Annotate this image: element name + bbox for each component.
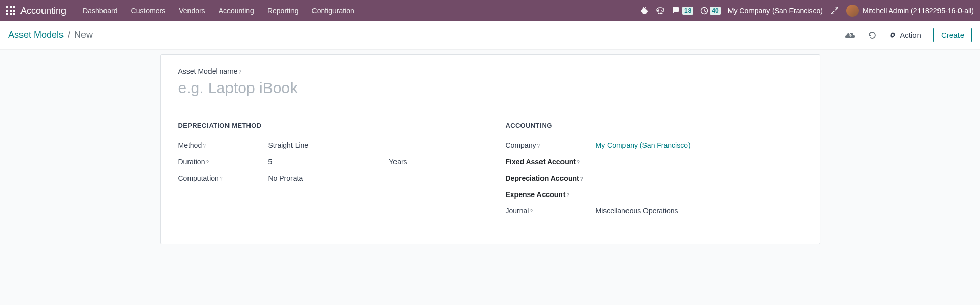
breadcrumb-current: New bbox=[74, 30, 93, 40]
svg-rect-4 bbox=[10, 10, 12, 12]
nav-link-reporting[interactable]: Reporting bbox=[261, 4, 305, 18]
nav-link-configuration[interactable]: Configuration bbox=[306, 4, 361, 18]
action-dropdown[interactable]: Action bbox=[889, 31, 921, 39]
field-journal: Journal ? Miscellaneous Operations bbox=[506, 207, 802, 215]
help-icon[interactable]: ? bbox=[577, 160, 580, 165]
field-label-company: Company ? bbox=[506, 141, 592, 149]
create-button[interactable]: Create bbox=[933, 28, 972, 42]
journal-label-text: Journal bbox=[506, 207, 529, 215]
apps-icon[interactable] bbox=[6, 6, 15, 15]
help-icon[interactable]: ? bbox=[220, 176, 223, 182]
svg-rect-5 bbox=[13, 10, 15, 12]
action-label: Action bbox=[900, 31, 921, 39]
user-name: Mitchell Admin (21182295-16-0-all) bbox=[863, 7, 974, 15]
svg-rect-6 bbox=[6, 13, 8, 15]
title-field-label: Asset Model name ? bbox=[178, 67, 802, 75]
avatar bbox=[846, 5, 859, 17]
svg-point-9 bbox=[658, 13, 659, 14]
help-icon[interactable]: ? bbox=[580, 176, 583, 182]
field-label-journal: Journal ? bbox=[506, 207, 592, 215]
nav-link-customers[interactable]: Customers bbox=[125, 4, 172, 18]
messages-badge: 18 bbox=[682, 7, 693, 15]
field-label-method: Method ? bbox=[178, 141, 264, 149]
depreciation-acct-label-text: Depreciation Account bbox=[506, 174, 579, 182]
user-menu[interactable]: Mitchell Admin (21182295-16-0-all) bbox=[846, 5, 974, 17]
method-value[interactable]: Straight Line bbox=[268, 141, 309, 149]
help-icon[interactable]: ? bbox=[238, 69, 241, 75]
help-icon[interactable]: ? bbox=[530, 209, 533, 214]
field-label-expense-account: Expense Account ? bbox=[506, 190, 592, 199]
control-bar-actions: Action Create bbox=[845, 28, 972, 42]
form-groups: DEPRECIATION METHOD Method ? Straight Li… bbox=[178, 122, 802, 223]
svg-rect-7 bbox=[10, 13, 12, 15]
field-fixed-asset-account: Fixed Asset Account ? bbox=[506, 158, 802, 166]
duration-value[interactable]: 5 bbox=[268, 158, 273, 166]
svg-rect-1 bbox=[10, 6, 12, 8]
svg-point-11 bbox=[661, 13, 662, 14]
svg-point-10 bbox=[660, 13, 661, 14]
svg-rect-0 bbox=[6, 6, 8, 8]
svg-rect-3 bbox=[6, 10, 8, 12]
breadcrumb: Asset Models / New bbox=[8, 30, 93, 40]
cloud-save-icon[interactable] bbox=[845, 31, 856, 39]
nav-link-accounting[interactable]: Accounting bbox=[213, 4, 260, 18]
top-nav: Accounting Dashboard Customers Vendors A… bbox=[0, 0, 980, 21]
field-expense-account: Expense Account ? bbox=[506, 190, 802, 199]
field-company: Company ? My Company (San Francisco) bbox=[506, 141, 802, 149]
journal-value[interactable]: Miscellaneous Operations bbox=[596, 207, 678, 215]
control-bar: Asset Models / New Action Create bbox=[0, 21, 980, 49]
nav-link-vendors[interactable]: Vendors bbox=[173, 4, 211, 18]
company-label-text: Company bbox=[506, 141, 536, 149]
help-icon[interactable]: ? bbox=[537, 143, 540, 149]
discard-icon[interactable] bbox=[868, 31, 877, 40]
method-label-text: Method bbox=[178, 141, 202, 149]
phone-icon[interactable] bbox=[656, 7, 665, 15]
group-title-depreciation: DEPRECIATION METHOD bbox=[178, 122, 475, 134]
activities-icon[interactable]: 40 bbox=[700, 7, 720, 15]
company-selector[interactable]: My Company (San Francisco) bbox=[728, 7, 823, 15]
duration-label-text: Duration bbox=[178, 158, 205, 166]
field-label-computation: Computation ? bbox=[178, 174, 264, 182]
field-label-fixed-asset: Fixed Asset Account ? bbox=[506, 158, 592, 166]
asset-model-name-input[interactable] bbox=[178, 77, 619, 100]
app-brand[interactable]: Accounting bbox=[20, 6, 66, 16]
breadcrumb-separator: / bbox=[68, 30, 70, 40]
messages-icon[interactable]: 18 bbox=[672, 7, 693, 15]
nav-links: Dashboard Customers Vendors Accounting R… bbox=[76, 4, 637, 18]
nav-link-dashboard[interactable]: Dashboard bbox=[76, 4, 124, 18]
group-title-accounting: ACCOUNTING bbox=[506, 122, 802, 134]
help-icon[interactable]: ? bbox=[206, 160, 209, 165]
expense-acct-label-text: Expense Account bbox=[506, 190, 566, 199]
duration-unit[interactable]: Years bbox=[389, 158, 407, 166]
company-value[interactable]: My Company (San Francisco) bbox=[596, 141, 691, 149]
field-label-depreciation-account: Depreciation Account ? bbox=[506, 174, 592, 182]
breadcrumb-parent[interactable]: Asset Models bbox=[8, 30, 64, 40]
form-sheet: Asset Model name ? DEPRECIATION METHOD M… bbox=[160, 54, 820, 244]
svg-rect-2 bbox=[13, 6, 15, 8]
field-duration: Duration ? 5 Years bbox=[178, 158, 475, 166]
computation-label-text: Computation bbox=[178, 174, 219, 182]
tools-icon[interactable] bbox=[830, 6, 839, 15]
nav-right: 18 40 My Company (San Francisco) Mitchel… bbox=[640, 5, 974, 17]
group-accounting: ACCOUNTING Company ? My Company (San Fra… bbox=[506, 122, 802, 223]
group-depreciation: DEPRECIATION METHOD Method ? Straight Li… bbox=[178, 122, 475, 223]
field-computation: Computation ? No Prorata bbox=[178, 174, 475, 182]
help-icon[interactable]: ? bbox=[566, 192, 569, 198]
fixed-asset-label-text: Fixed Asset Account bbox=[506, 158, 576, 166]
bug-icon[interactable] bbox=[640, 7, 649, 15]
field-method: Method ? Straight Line bbox=[178, 141, 475, 149]
field-label-duration: Duration ? bbox=[178, 158, 264, 166]
form-wrap: Asset Model name ? DEPRECIATION METHOD M… bbox=[0, 54, 980, 244]
title-label-text: Asset Model name bbox=[178, 67, 238, 75]
help-icon[interactable]: ? bbox=[203, 143, 206, 149]
svg-rect-8 bbox=[13, 13, 15, 15]
activities-badge: 40 bbox=[710, 7, 720, 15]
field-depreciation-account: Depreciation Account ? bbox=[506, 174, 802, 182]
computation-value[interactable]: No Prorata bbox=[268, 174, 303, 182]
